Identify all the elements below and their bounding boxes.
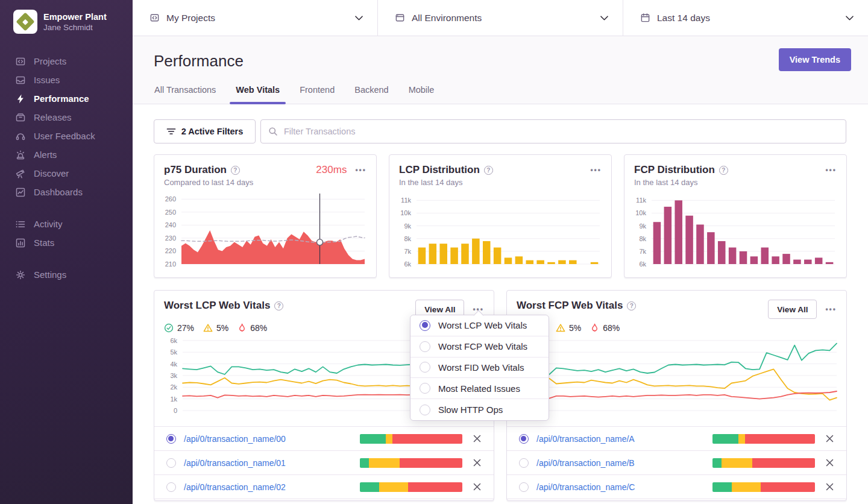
tab-all-transactions[interactable]: All Transactions xyxy=(154,79,216,104)
vitals-bar-segment xyxy=(386,434,393,444)
svg-text:9k: 9k xyxy=(639,222,646,230)
transaction-row: /api/0/transaction_name/A xyxy=(507,427,846,451)
vitals-bar-segment xyxy=(732,482,761,492)
svg-text:4k: 4k xyxy=(170,361,177,368)
tab-mobile[interactable]: Mobile xyxy=(409,79,435,104)
close-icon[interactable] xyxy=(473,482,482,491)
help-icon[interactable]: ? xyxy=(274,301,283,310)
page-header: Performance View Trends All Transactions… xyxy=(133,36,868,104)
vitals-bar xyxy=(712,482,815,492)
svg-text:260: 260 xyxy=(165,195,176,203)
menu-item-worst-fcp-web-vitals[interactable]: Worst FCP Web Vitals xyxy=(410,336,549,358)
page-title: Performance xyxy=(154,52,244,71)
project-filter-label: My Projects xyxy=(166,13,215,24)
svg-text:2k: 2k xyxy=(170,383,177,391)
transaction-link[interactable]: /api/0/transaction_name/A xyxy=(536,434,712,444)
menu-item-most-related-issues[interactable]: Most Related Issues xyxy=(410,378,549,399)
sidebar-item-label: Dashboards xyxy=(34,187,83,197)
svg-text:5k: 5k xyxy=(170,348,177,356)
transaction-link[interactable]: /api/0/transaction_name/02 xyxy=(184,482,360,492)
help-icon[interactable]: ? xyxy=(719,166,728,175)
sidebar-item-performance[interactable]: Performance xyxy=(0,89,133,108)
tab-web-vitals[interactable]: Web Vitals xyxy=(236,79,280,104)
close-icon[interactable] xyxy=(825,434,834,443)
close-icon[interactable] xyxy=(473,434,482,443)
transaction-list: /api/0/transaction_name/00 /api/0/transa… xyxy=(154,426,494,499)
card-title: Worst FCP Web Vitals xyxy=(517,300,623,312)
menu-item-worst-fid-web-vitals[interactable]: Worst FID Web Vitals xyxy=(410,358,549,379)
row-radio[interactable] xyxy=(519,434,529,444)
row-radio[interactable] xyxy=(166,482,176,492)
vitals-bar-segment xyxy=(369,458,400,468)
sidebar-item-issues[interactable]: Issues xyxy=(0,71,133,89)
sidebar-item-alerts[interactable]: Alerts xyxy=(0,145,133,164)
stats-icon xyxy=(15,238,26,248)
warning-triangle-icon xyxy=(556,323,565,333)
sidebar-item-projects[interactable]: Projects xyxy=(0,52,133,71)
transaction-link[interactable]: /api/0/transaction_name/00 xyxy=(184,434,360,444)
row-radio[interactable] xyxy=(519,458,529,468)
empower-plant-logo-icon xyxy=(16,12,34,31)
sidebar-item-activity[interactable]: Activity xyxy=(0,215,133,233)
sidebar-item-releases[interactable]: Releases xyxy=(0,108,133,127)
vitals-bar-segment xyxy=(722,458,752,468)
sidebar-item-label: Activity xyxy=(34,219,63,229)
poor-stat: 68% xyxy=(237,323,267,333)
alerts-icon xyxy=(15,150,26,160)
active-filters-button[interactable]: 2 Active Filters xyxy=(154,119,256,143)
settings-gear-icon xyxy=(15,269,26,280)
more-options-icon[interactable]: ••• xyxy=(590,164,602,176)
activity-icon xyxy=(15,219,26,230)
help-icon[interactable]: ? xyxy=(484,166,493,175)
transaction-link[interactable]: /api/0/transaction_name/C xyxy=(536,482,712,492)
menu-item-slow-http-ops[interactable]: Slow HTTP Ops xyxy=(410,399,549,420)
tab-backend[interactable]: Backend xyxy=(354,79,388,104)
dashboards-icon xyxy=(15,187,26,198)
sidebar-item-dashboards[interactable]: Dashboards xyxy=(0,183,133,201)
menu-item-label: Worst FCP Web Vitals xyxy=(438,341,527,351)
performance-tabs: All Transactions Web Vitals Frontend Bac… xyxy=(154,79,434,104)
close-icon[interactable] xyxy=(825,482,834,491)
sidebar-item-discover[interactable]: Discover xyxy=(0,164,133,183)
environment-filter-dropdown[interactable]: All Environments xyxy=(377,0,623,36)
vitals-bar-segment xyxy=(360,458,369,468)
p75-value: 230ms xyxy=(316,164,347,176)
vitals-bar-segment xyxy=(738,434,746,444)
fire-icon xyxy=(237,323,247,333)
row-radio[interactable] xyxy=(166,458,176,468)
vitals-bar-segment xyxy=(712,458,722,468)
transaction-link[interactable]: /api/0/transaction_name/B xyxy=(536,458,712,468)
project-filter-dropdown[interactable]: My Projects xyxy=(133,0,377,36)
vitals-bar xyxy=(712,434,815,444)
sidebar-item-settings[interactable]: Settings xyxy=(0,265,133,284)
row-radio[interactable] xyxy=(166,434,176,444)
view-trends-button[interactable]: View Trends xyxy=(779,48,851,71)
svg-text:3k: 3k xyxy=(170,372,177,379)
sidebar-item-label: Projects xyxy=(34,56,66,66)
date-range-label: Last 14 days xyxy=(657,13,710,24)
sidebar-item-stats[interactable]: Stats xyxy=(0,233,133,252)
close-icon[interactable] xyxy=(825,458,834,467)
view-all-button[interactable]: View All xyxy=(768,300,817,319)
row-radio[interactable] xyxy=(519,482,529,492)
vitals-bar-segment xyxy=(360,482,379,492)
close-icon[interactable] xyxy=(473,458,482,467)
svg-text:250: 250 xyxy=(165,209,176,216)
org-switcher[interactable]: Empower Plant Jane Schmidt xyxy=(0,0,133,34)
sidebar-item-user-feedback[interactable]: User Feedback xyxy=(0,127,133,145)
card-subtitle: In the last 14 days xyxy=(624,176,846,187)
help-icon[interactable]: ? xyxy=(231,166,240,175)
date-range-dropdown[interactable]: Last 14 days xyxy=(623,0,868,36)
sidebar-item-label: Performance xyxy=(34,93,89,104)
lcp-distribution-chart: 11k10k9k8k7k6k xyxy=(394,192,602,271)
svg-text:230: 230 xyxy=(165,235,176,242)
menu-item-label: Worst FID Web Vitals xyxy=(438,362,524,373)
more-options-icon[interactable]: ••• xyxy=(355,164,366,176)
more-options-icon[interactable]: ••• xyxy=(825,303,837,315)
tab-frontend[interactable]: Frontend xyxy=(300,79,335,104)
help-icon[interactable]: ? xyxy=(627,301,636,310)
menu-item-worst-lcp-web-vitals[interactable]: Worst LCP Web Vitals xyxy=(410,315,549,336)
more-options-icon[interactable]: ••• xyxy=(825,164,837,176)
transaction-link[interactable]: /api/0/transaction_name/01 xyxy=(184,458,360,468)
filter-transactions-input[interactable] xyxy=(260,119,846,143)
